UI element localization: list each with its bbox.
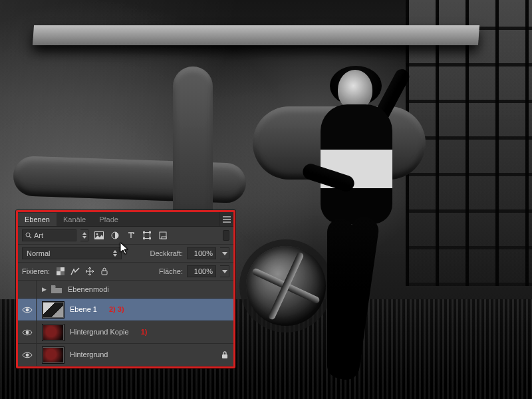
- chevron-updown-icon: [113, 250, 117, 257]
- svg-rect-14: [61, 271, 65, 275]
- annotation-overlay: 2) 3): [109, 306, 124, 313]
- svg-rect-11: [162, 237, 166, 239]
- filter-kind-caret[interactable]: [80, 229, 88, 241]
- svg-rect-6: [143, 231, 145, 233]
- layer-name: Hintergrund: [70, 351, 108, 358]
- model-figure: [286, 70, 426, 382]
- blend-mode-select[interactable]: Normal: [22, 247, 122, 259]
- lock-icon: [221, 351, 228, 359]
- layer-row[interactable]: Hintergrund Kopie 1): [18, 321, 233, 344]
- layer-name: Hintergrund Kopie: [70, 329, 129, 336]
- tab-layers[interactable]: Ebenen: [18, 213, 57, 226]
- visibility-toggle[interactable]: [18, 344, 37, 366]
- panel-tabs: Ebenen Kanäle Pfade: [18, 212, 233, 227]
- lock-icons: [55, 266, 110, 277]
- eye-icon: [22, 329, 33, 336]
- opacity-value[interactable]: 100%: [187, 247, 216, 259]
- eye-icon: [22, 306, 33, 314]
- eye-icon: [22, 351, 33, 359]
- lock-label: Fixieren:: [22, 268, 50, 275]
- tab-paths[interactable]: Pfade: [92, 213, 125, 226]
- layer-thumbnail[interactable]: [42, 301, 65, 319]
- svg-point-0: [26, 233, 30, 237]
- layer-thumbnail[interactable]: [42, 346, 65, 364]
- svg-point-16: [25, 308, 29, 311]
- lock-image-icon[interactable]: [70, 266, 80, 277]
- visibility-toggle[interactable]: [18, 321, 37, 343]
- svg-point-18: [25, 353, 29, 356]
- lock-position-icon[interactable]: [84, 266, 95, 277]
- opacity-caret[interactable]: [220, 247, 229, 259]
- layer-name: Ebene 1: [70, 306, 97, 313]
- opacity-label: Deckkraft:: [150, 250, 183, 257]
- svg-rect-15: [102, 271, 107, 275]
- lock-row: Fixieren: Fläche: 100%: [18, 263, 233, 281]
- blend-row: Normal Deckkraft: 100%: [18, 245, 233, 263]
- filter-smart-icon[interactable]: [156, 229, 170, 241]
- lock-all-icon[interactable]: [99, 266, 110, 277]
- fill-label: Fläche:: [159, 268, 183, 275]
- layer-row[interactable]: Ebene 1 2) 3): [18, 299, 233, 321]
- filter-toggle[interactable]: [223, 230, 229, 241]
- filter-kind-select[interactable]: Art: [22, 229, 76, 241]
- filter-kind-label: Art: [34, 232, 43, 239]
- filter-shape-icon[interactable]: [140, 229, 154, 241]
- folder-icon: [51, 285, 63, 294]
- layer-row[interactable]: Hintergrund: [18, 344, 233, 366]
- tab-channels[interactable]: Kanäle: [57, 213, 92, 226]
- lock-transparency-icon[interactable]: [55, 266, 66, 277]
- layer-group-row[interactable]: ▶ Ebenenmodi: [18, 281, 233, 299]
- svg-rect-19: [222, 354, 227, 358]
- layers-panel: Ebenen Kanäle Pfade Art: [18, 212, 233, 366]
- svg-rect-9: [149, 237, 151, 239]
- layers-panel-highlight: Ebenen Kanäle Pfade Art: [16, 210, 235, 368]
- fill-caret[interactable]: [220, 265, 229, 277]
- svg-point-3: [96, 233, 98, 235]
- layer-list: ▶ Ebenenmodi Ebene 1 2) 3): [18, 281, 233, 366]
- annotation-overlay: 1): [141, 329, 148, 336]
- svg-line-1: [29, 236, 31, 238]
- layer-name: Ebenenmodi: [68, 286, 109, 293]
- blend-mode-value: Normal: [27, 250, 50, 257]
- visibility-toggle[interactable]: [18, 299, 37, 321]
- svg-rect-13: [57, 267, 61, 271]
- filter-row: Art: [18, 227, 233, 245]
- disclosure-triangle-icon[interactable]: ▶: [42, 287, 47, 293]
- layer-thumbnail[interactable]: [42, 324, 65, 341]
- svg-rect-7: [149, 231, 151, 233]
- svg-rect-8: [143, 237, 145, 239]
- visibility-toggle[interactable]: [18, 281, 37, 298]
- panel-menu-button[interactable]: [219, 212, 233, 226]
- search-icon: [25, 232, 32, 239]
- fill-value[interactable]: 100%: [187, 265, 216, 277]
- filter-type-icon[interactable]: [124, 229, 138, 241]
- svg-point-17: [25, 331, 29, 334]
- shelf: [33, 25, 479, 45]
- filter-pixel-icon[interactable]: [92, 229, 106, 241]
- filter-adjustment-icon[interactable]: [108, 229, 122, 241]
